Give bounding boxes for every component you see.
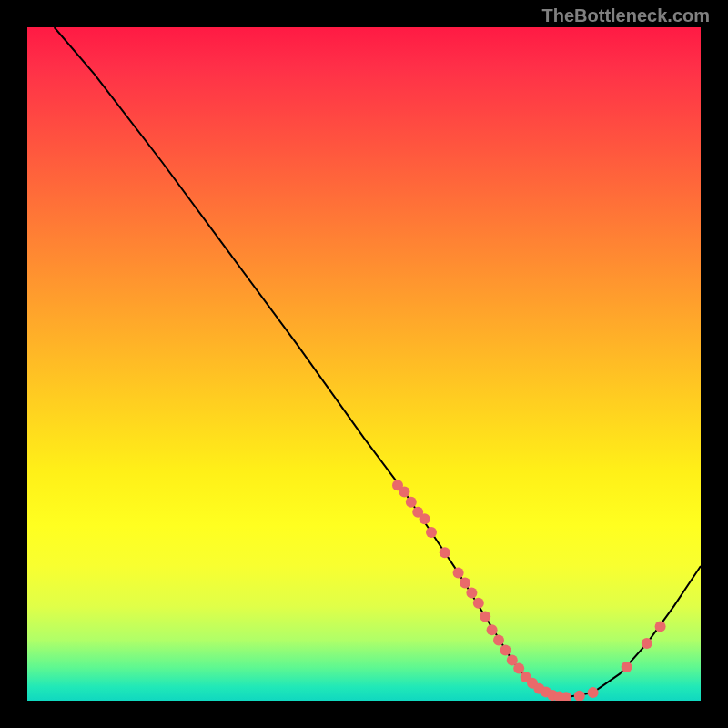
chart-plot-area — [27, 27, 701, 701]
data-point — [399, 487, 410, 498]
data-point — [466, 588, 477, 599]
data-point — [480, 612, 490, 622]
data-point — [622, 662, 632, 672]
data-point — [655, 622, 666, 632]
data-point — [406, 497, 417, 508]
data-point — [642, 638, 652, 649]
data-point — [426, 527, 437, 538]
data-markers — [392, 480, 666, 701]
data-point — [574, 691, 585, 701]
data-point — [420, 513, 430, 524]
chart-svg — [27, 27, 701, 701]
bottleneck-curve — [55, 27, 701, 697]
data-point — [513, 662, 524, 673]
data-point — [493, 634, 504, 645]
data-point — [440, 547, 450, 558]
data-point — [473, 598, 484, 609]
data-point — [588, 687, 599, 698]
attribution-text: TheBottleneck.com — [542, 5, 710, 26]
data-point — [487, 624, 498, 635]
data-point — [460, 578, 470, 589]
data-point — [500, 645, 511, 656]
data-point — [453, 567, 464, 578]
